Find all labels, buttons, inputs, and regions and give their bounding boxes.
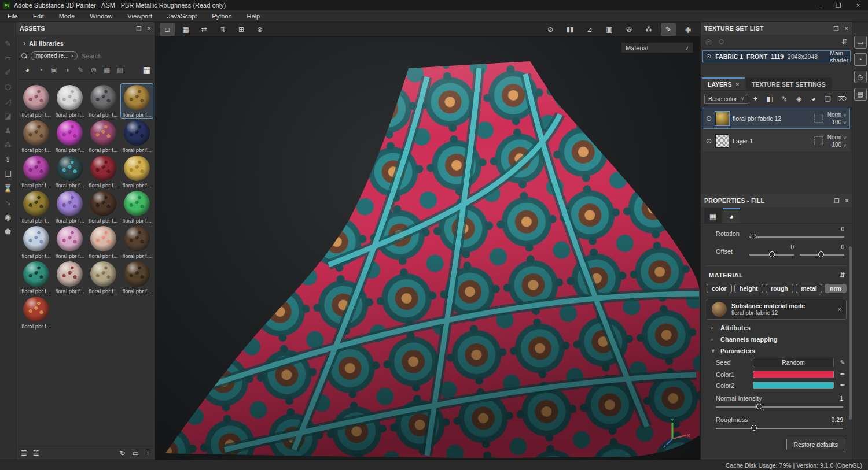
asset-item[interactable]: floral pbr f... [87, 224, 120, 260]
import-resources-icon[interactable]: ☰ [21, 449, 27, 457]
camera-projection-icon[interactable]: ⊿ [582, 23, 597, 36]
library-selector[interactable]: › All libraries [16, 35, 155, 50]
asset-item[interactable]: floral pbr f... [120, 224, 153, 260]
opacity-dropdown[interactable]: 100∨ [832, 119, 847, 125]
textures-filter-icon[interactable]: ▨ [114, 64, 127, 76]
delete-layer-icon[interactable]: ⌦ [836, 93, 848, 105]
tab-transform[interactable]: ▦ [704, 208, 722, 223]
baking-icon[interactable]: ⌛ [1, 182, 15, 194]
material-picker-tool-icon[interactable]: ♟ [1, 124, 15, 136]
smart-masks-filter-icon[interactable]: ▣ [47, 64, 60, 76]
layer-thumbnail[interactable] [715, 112, 729, 125]
menu-item[interactable]: Window [82, 12, 120, 21]
texture-set-stack-icon[interactable]: ❑ [1, 167, 15, 180]
seed-random-button[interactable]: Random [753, 358, 834, 367]
sort-filter-icon[interactable]: ⇵ [840, 271, 845, 279]
shading-mode-dropdown[interactable]: Material ∨ [621, 42, 693, 53]
visibility-icon[interactable]: ⊙ [718, 38, 724, 46]
asset-item[interactable]: floral pbr f... [20, 224, 53, 260]
open-shelf-folder-icon[interactable]: ▭ [133, 449, 139, 457]
roughness-slider[interactable] [716, 424, 843, 432]
asset-item[interactable]: floral pbr f... [53, 224, 86, 260]
material-layering-icon[interactable]: ◎ [705, 38, 711, 46]
material-mode-card[interactable]: Substance material mode floral pbr fabri… [707, 299, 847, 320]
log-icon[interactable]: ▤ [854, 88, 867, 101]
eye-icon[interactable]: ⊙ [706, 137, 712, 145]
slider-handle[interactable] [751, 234, 756, 239]
symmetry-y-icon[interactable]: ⇅ [215, 23, 230, 36]
texture-set-row[interactable]: ⊙ FABRIC 1_FRONT_1119 2048x2048 Main sha… [702, 50, 851, 62]
menu-item[interactable]: Mode [52, 12, 83, 21]
asset-item[interactable]: floral pbr f... [53, 189, 86, 224]
render-mode-icon[interactable]: ◉ [681, 23, 696, 36]
channel-chip[interactable]: height [734, 284, 763, 293]
alphas-filter-icon[interactable]: ⊛ [87, 64, 100, 76]
close-tab-icon[interactable]: × [736, 82, 739, 87]
blend-mode-dropdown[interactable]: Norm∨ [827, 112, 847, 118]
history-icon[interactable]: ◷ [854, 71, 867, 83]
paint-tool-icon[interactable]: ✎ [1, 37, 15, 50]
channel-chip[interactable]: metal [796, 284, 822, 293]
channel-chip[interactable]: rough [766, 284, 793, 293]
procedurals-filter-icon[interactable]: ▩ [101, 64, 113, 76]
layer-thumbnail[interactable] [715, 134, 729, 148]
layer-row[interactable]: ⊙ floral pbr fabric 12 Norm∨ 100∨ [703, 108, 850, 129]
layer-mask-placeholder[interactable] [814, 136, 823, 145]
float-panel-icon[interactable]: ❐ [137, 25, 142, 32]
axis-gizmo[interactable]: Y X z [663, 418, 690, 447]
layer-row[interactable]: ⊙ Layer 1 Norm∨ 100∨ [703, 130, 850, 151]
add-effect-icon[interactable]: ✦ [749, 93, 762, 105]
polygon-fill-tool-icon[interactable]: ⬡ [1, 80, 15, 93]
reset-rotation-icon[interactable]: ⊗ [252, 23, 267, 36]
export-resources-icon[interactable]: ☱ [33, 449, 39, 457]
particles-tool-icon[interactable]: ⁂ [1, 138, 15, 151]
asset-item[interactable]: floral pbr f... [120, 154, 153, 189]
close-button[interactable]: × [848, 0, 868, 10]
search-filter-tag[interactable]: Imported re... × [31, 51, 78, 60]
channel-filter-dropdown[interactable]: Base color ∨ [704, 94, 748, 104]
resize-icon[interactable]: ↘ [1, 196, 15, 209]
channel-chip[interactable]: nrm [825, 284, 847, 293]
opacity-dropdown[interactable]: 100∨ [832, 142, 847, 148]
float-panel-icon[interactable]: ❐ [834, 25, 839, 32]
slider-handle[interactable] [751, 425, 757, 431]
asset-item[interactable]: floral pbr f... [120, 260, 153, 295]
channel-chip[interactable]: color [707, 284, 732, 293]
substance-graph-icon[interactable]: ◉ [1, 210, 15, 223]
float-panel-icon[interactable]: ❐ [834, 198, 840, 204]
slider-handle[interactable] [818, 251, 824, 257]
rotation-slider[interactable] [749, 233, 844, 240]
export-textures-icon[interactable]: ⇪ [1, 153, 15, 165]
grid-view-icon[interactable]: ▦ [143, 65, 151, 75]
eye-icon[interactable]: ⊙ [706, 114, 712, 123]
add-folder-icon[interactable]: ❏ [822, 93, 834, 105]
menu-item[interactable]: File [0, 12, 25, 21]
asset-item[interactable]: floral pbr f... [20, 154, 53, 189]
tab-texture-set-settings[interactable]: TEXTURE SET SETTINGS [746, 77, 832, 90]
quick-mask-grid-icon[interactable]: ▦ [178, 23, 193, 36]
add-fill-layer-icon[interactable]: ◈ [793, 93, 805, 105]
layer-mask-placeholder[interactable] [814, 114, 823, 123]
asset-item[interactable]: floral pbr f... [87, 83, 120, 119]
normal-intensity-slider[interactable] [716, 403, 843, 410]
search-input[interactable] [80, 52, 150, 60]
offset-y-slider[interactable] [800, 251, 844, 258]
add-resource-icon[interactable]: + [146, 449, 150, 457]
smudge-tool-icon[interactable]: ◿ [1, 95, 15, 108]
menu-item[interactable]: JavaScript [160, 12, 204, 21]
minimize-button[interactable]: – [809, 0, 829, 10]
section-header[interactable]: › Channels mapping [701, 331, 852, 343]
eraser-tool-icon[interactable]: ▱ [1, 51, 15, 64]
asset-item[interactable]: floral pbr f... [20, 260, 53, 295]
menu-item[interactable]: Viewport [120, 12, 160, 21]
asset-item[interactable]: floral pbr f... [53, 260, 86, 295]
brushes-filter-icon[interactable]: ✎ [74, 64, 87, 76]
symmetry-x-icon[interactable]: ⇄ [197, 23, 212, 36]
tab-layers[interactable]: LAYERS × [702, 77, 745, 90]
eye-icon[interactable]: ⊙ [706, 53, 711, 60]
paint-mode-icon[interactable]: ✎ [661, 23, 676, 36]
close-panel-icon[interactable]: × [845, 25, 848, 32]
add-smart-material-icon[interactable]: ◧ [764, 93, 776, 105]
remove-tag-icon[interactable]: × [71, 53, 73, 59]
add-smart-mask-icon[interactable]: ◕ [807, 93, 819, 105]
